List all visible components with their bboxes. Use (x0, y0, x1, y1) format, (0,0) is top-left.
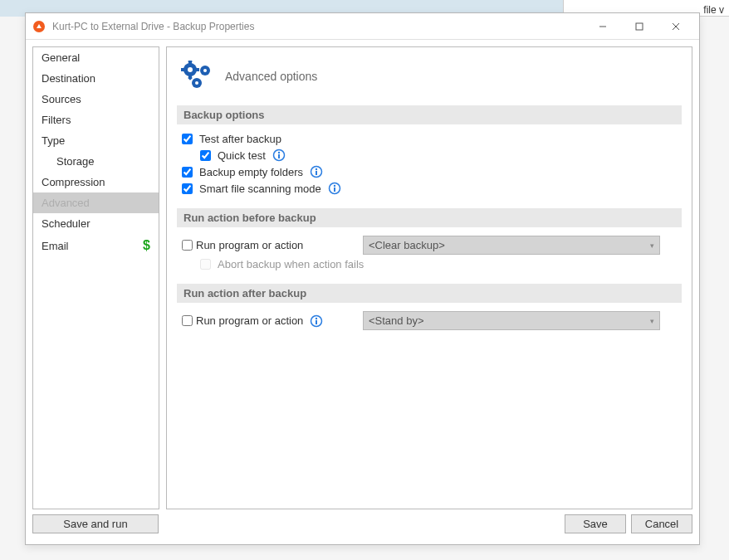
section-label-before-backup: Run action before backup (177, 208, 682, 227)
sidebar-item-label: Scheduler (42, 217, 91, 230)
option-label: Run program or action (196, 314, 303, 327)
svg-point-18 (278, 152, 280, 153)
window-title: Kurt-PC to External Drive - Backup Prope… (52, 21, 585, 32)
svg-rect-19 (278, 154, 280, 158)
info-icon[interactable] (310, 314, 323, 328)
info-icon[interactable] (310, 165, 323, 178)
svg-point-6 (188, 67, 193, 72)
sidebar-item-label: Compression (42, 176, 105, 188)
sidebar-item-general[interactable]: General (33, 47, 159, 68)
sidebar-item-scheduler[interactable]: Scheduler (33, 213, 159, 234)
content-header: Advanced options (177, 56, 682, 92)
option-label: Run program or action (196, 239, 303, 251)
option-quick-test: Quick test (177, 147, 682, 163)
sidebar-item-email[interactable]: Email $ (33, 234, 159, 257)
sidebar-item-filters[interactable]: Filters (33, 110, 159, 130)
before-action-row: Run program or action <Clear backup> ▾ (177, 234, 682, 256)
sidebar-item-destination[interactable]: Destination (33, 68, 159, 89)
info-icon[interactable] (328, 182, 341, 195)
app-icon (32, 20, 46, 33)
checkbox-backup-empty-folders[interactable] (182, 167, 193, 178)
dialog-footer: Save and run Save Cancel (26, 509, 699, 544)
section-label-backup-options: Backup options (177, 105, 682, 124)
checkbox-run-before[interactable] (182, 240, 193, 251)
sidebar-item-label: Advanced (42, 197, 90, 209)
sidebar-item-label: Destination (42, 72, 95, 85)
svg-rect-10 (196, 68, 199, 71)
page-title: Advanced options (225, 70, 317, 83)
sidebar-item-sources[interactable]: Sources (33, 89, 159, 110)
sidebar-item-label: Email (42, 240, 69, 252)
content-panel: Advanced options Backup options Test aft… (166, 46, 692, 509)
option-abort-on-fail: Abort backup when action fails (177, 256, 682, 272)
checkbox-test-after-backup[interactable] (182, 134, 193, 144)
sidebar-item-label: Filters (42, 114, 71, 126)
select-after-action[interactable]: <Stand by> ▾ (363, 311, 660, 330)
dollar-icon: $ (143, 238, 150, 253)
option-label: Smart file scanning mode (199, 183, 321, 195)
svg-rect-2 (636, 23, 643, 30)
chevron-down-icon: ▾ (650, 241, 654, 250)
checkbox-quick-test[interactable] (200, 150, 211, 161)
backup-properties-dialog: Kurt-PC to External Drive - Backup Prope… (25, 12, 700, 545)
select-before-action[interactable]: <Clear backup> ▾ (363, 236, 660, 255)
close-button[interactable] (658, 14, 694, 39)
option-label: Test after backup (199, 133, 281, 145)
checkbox-smart-scanning[interactable] (182, 183, 193, 194)
checkbox-run-after[interactable] (182, 315, 193, 326)
save-and-run-button[interactable]: Save and run (32, 514, 159, 533)
svg-point-16 (195, 81, 198, 85)
titlebar: Kurt-PC to External Drive - Backup Prope… (26, 13, 699, 40)
sidebar: General Destination Sources Filters Type… (32, 46, 159, 509)
cancel-button[interactable]: Cancel (631, 514, 692, 533)
gears-icon (179, 61, 215, 92)
svg-point-21 (316, 168, 317, 170)
option-backup-empty-folders: Backup empty folders (177, 163, 682, 180)
option-label: Quick test (218, 149, 266, 162)
option-smart-file-scanning: Smart file scanning mode (177, 180, 682, 197)
option-label: Abort backup when action fails (218, 258, 364, 270)
checkbox-abort-on-fail (200, 259, 211, 270)
sidebar-item-label: General (42, 51, 80, 64)
svg-point-27 (316, 317, 317, 319)
sidebar-item-label: Sources (42, 93, 81, 105)
after-action-row: Run program or action <Stand by> ▾ (177, 309, 682, 332)
minimize-button[interactable] (585, 14, 621, 39)
chevron-down-icon: ▾ (650, 317, 654, 325)
sidebar-item-label: Type (42, 134, 65, 147)
sidebar-item-advanced[interactable]: Advanced (33, 192, 159, 213)
info-icon[interactable] (272, 149, 286, 162)
svg-point-14 (203, 69, 207, 72)
dialog-body: General Destination Sources Filters Type… (26, 40, 699, 509)
sidebar-item-label: Storage (56, 155, 95, 168)
select-value: <Clear backup> (369, 239, 445, 251)
option-label: Backup empty folders (199, 166, 303, 178)
svg-rect-22 (316, 171, 317, 175)
sidebar-item-type[interactable]: Type (33, 130, 159, 151)
svg-point-24 (333, 185, 335, 187)
section-label-after-backup: Run action after backup (177, 284, 682, 303)
save-button[interactable]: Save (565, 514, 626, 533)
sidebar-item-storage[interactable]: Storage (33, 151, 159, 172)
select-value: <Stand by> (369, 314, 424, 327)
window-controls (585, 14, 694, 39)
maximize-button[interactable] (621, 14, 658, 39)
sidebar-item-compression[interactable]: Compression (33, 172, 159, 192)
option-test-after-backup: Test after backup (177, 131, 682, 147)
background-text-snippet: file v (703, 4, 724, 16)
svg-rect-9 (181, 68, 184, 71)
svg-rect-28 (316, 320, 317, 324)
svg-rect-25 (334, 187, 335, 192)
